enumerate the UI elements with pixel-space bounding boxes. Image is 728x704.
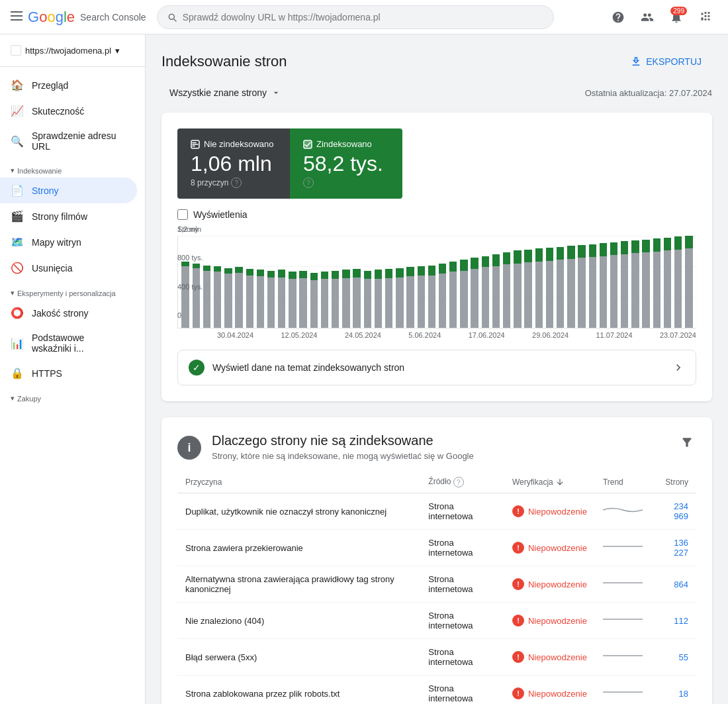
sidebar-item-sitemaps-label: Mapy witryn [32,237,81,248]
last-update: Ostatnia aktualizacja: 27.07.2024 [585,88,712,98]
bar-group [363,236,372,328]
sidebar-item-pages[interactable]: 📄 Strony [0,177,137,203]
quality-icon: ⭕ [11,307,24,319]
bar-indexed [546,248,553,260]
main-content: Indeksowanie stron EKSPORTUJ Wszystkie z… [146,34,728,704]
bar-indexed [514,250,521,263]
sidebar-item-https[interactable]: 🔒 HTTPS [0,360,137,386]
table-cell-trend [595,676,651,705]
table-cell-verification[interactable]: !Niepowodzenie [504,676,595,705]
bar-not-indexed [492,266,500,328]
table-cell-trend [595,493,651,530]
bar-group [213,236,222,328]
sidebar-item-sitemaps[interactable]: 🗺️ Mapy witryn [0,229,137,255]
table-cell-pages[interactable]: 55 [651,639,696,676]
export-button[interactable]: EKSPORTUJ [619,50,712,73]
indexing-section-label[interactable]: ▾ Indeksowanie [0,158,145,177]
bar-group [245,236,254,328]
bar-not-indexed [535,262,543,328]
shopping-section-label[interactable]: ▾ Zakupy [0,386,145,405]
page-title: Indeksowanie stron [161,53,287,70]
bar-group [491,236,500,328]
table-cell-pages[interactable]: 234 969 [651,493,696,530]
fail-label: Niepowodzenie [528,689,587,699]
sidebar-item-page-quality[interactable]: ⭕ Jakość strony [0,300,137,326]
bar-indexed [321,272,328,279]
site-selector[interactable]: https://twojadomena.pl ▾ [0,40,145,67]
bar-not-indexed [578,258,585,328]
search-input[interactable] [183,12,544,23]
chevron-down-icon3: ▾ [11,394,15,403]
bar-group [255,236,265,328]
search-icon: 🔍 [11,135,24,148]
table-filter-icon[interactable] [678,433,696,455]
app-name: Search Console [80,12,146,23]
table-cell-pages[interactable]: 18 [651,676,696,705]
legend-indexed[interactable]: Zindeksowano 58,2 tys. ? [290,128,402,199]
source-help-icon[interactable]: ? [453,477,464,487]
indexed-help-icon[interactable]: ? [303,177,314,188]
account-icon[interactable] [635,5,659,29]
table-card-header: i Dlaczego strony nie są zindeksowane St… [177,433,696,461]
chart-y-labels: 1,2 mln 800 tys. 400 tys. 0 [177,225,214,319]
bar-not-indexed [631,253,639,328]
bar-group [267,236,276,328]
search-bar[interactable] [157,5,554,29]
not-indexed-help-icon[interactable]: ? [231,177,242,188]
bar-group [459,236,469,328]
sidebar-item-removals[interactable]: 🚫 Usunięcia [0,255,137,281]
bar-group [438,236,447,328]
bar-not-indexed [418,276,425,328]
apps-icon[interactable] [694,5,717,29]
col-verification[interactable]: Weryfikacja [504,472,595,493]
chevron-down-icon: ▾ [11,166,15,175]
table-cell-verification[interactable]: !Niepowodzenie [504,603,595,639]
trending-icon: 📈 [11,105,24,117]
bar-not-indexed [557,260,564,328]
sidebar-item-video-pages[interactable]: 🎬 Strony filmów [0,203,137,229]
experiments-section-label[interactable]: ▾ Eksperymenty i personalizacja [0,281,145,300]
bar-indexed [471,258,478,269]
bar-indexed [299,271,306,278]
help-icon[interactable] [606,5,630,29]
filter-dropdown-button[interactable]: Wszystkie znane strony [161,83,289,102]
bar-indexed [235,267,242,272]
bar-group [449,236,458,328]
table-cell-trend [595,603,651,639]
menu-icon[interactable] [11,10,23,24]
bar-not-indexed [621,254,628,328]
sidebar-item-core-web-vitals[interactable]: 📊 Podstawowe wskaźniki i... [0,326,137,360]
table-row: Strona zablokowana przez plik robots.txt… [177,676,696,705]
table-cell-verification[interactable]: !Niepowodzenie [504,530,595,566]
table-cell-verification[interactable]: !Niepowodzenie [504,493,595,530]
bar-group [567,236,576,328]
table-cell-verification[interactable]: !Niepowodzenie [504,639,595,676]
table-cell-source: Strona internetowa [420,603,504,639]
sidebar-item-url-inspection[interactable]: 🔍 Sprawdzenie adresu URL [0,124,137,158]
bar-indexed [278,270,285,277]
bar-indexed [214,266,221,272]
table-cell-verification[interactable]: !Niepowodzenie [504,566,595,603]
legend-not-indexed[interactable]: Nie zindeksowano 1,06 mln 8 przyczyn ? [177,128,290,199]
sidebar-item-overview[interactable]: 🏠 Przegląd [0,72,137,98]
bar-not-indexed [471,269,478,328]
table-cell-pages[interactable]: 136 227 [651,530,696,566]
bar-group [513,236,522,328]
bar-indexed [332,271,339,279]
table-cell-pages[interactable]: 112 [651,603,696,639]
bar-indexed [449,262,457,272]
table-cell-pages[interactable]: 864 [651,566,696,603]
col-source: Źródło ? [420,472,504,493]
sidebar-item-performance-label: Skuteczność [32,106,84,117]
bar-group [341,236,351,328]
notifications-icon[interactable]: 299 [664,5,688,29]
bar-group [395,236,404,328]
bar-indexed [439,264,446,274]
data-link[interactable]: ✓ Wyświetl dane na temat zindeksowanych … [177,350,696,385]
bar-indexed [385,269,392,278]
bar-indexed [492,254,500,266]
sidebar-item-vitals-label: Podstawowe wskaźniki i... [32,332,126,354]
display-checkbox[interactable] [177,209,188,220]
sidebar-item-performance[interactable]: 📈 Skuteczność [0,98,137,124]
table-cell-reason: Błąd serwera (5xx) [177,639,420,676]
